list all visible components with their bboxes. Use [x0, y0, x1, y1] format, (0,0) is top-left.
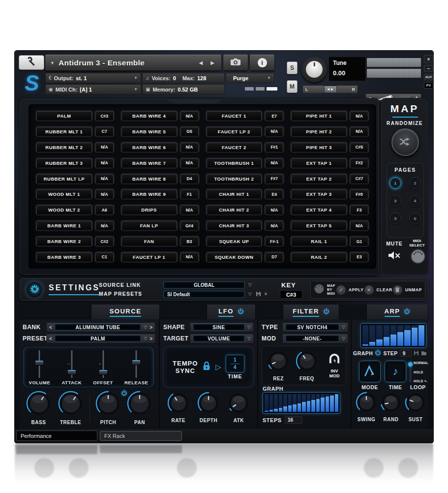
- apply-button[interactable]: ✓ APPLY: [336, 285, 364, 295]
- atk-knob[interactable]: [227, 391, 250, 417]
- key-assign-button[interactable]: G5: [180, 127, 199, 136]
- graph-bar[interactable]: [412, 325, 418, 346]
- sample-button[interactable]: EXT TAP 2: [291, 174, 347, 184]
- sample-button[interactable]: EXT TAP 5: [291, 221, 347, 230]
- purge-menu[interactable]: Purge ▼: [226, 73, 274, 83]
- volume-slider[interactable]: [34, 350, 44, 378]
- map-by-midi-button[interactable]: MAPBY MIDI: [314, 283, 336, 296]
- key-assign-button[interactable]: N/A: [95, 221, 114, 230]
- graph-bar[interactable]: [269, 394, 273, 412]
- depth-knob[interactable]: [197, 391, 220, 417]
- key-assign-button[interactable]: E7: [265, 111, 283, 121]
- chevron-down-icon[interactable]: ▽: [248, 292, 252, 297]
- freq-knob[interactable]: [295, 349, 319, 375]
- bank-selector[interactable]: < ALUMINUM TUBE ▽ >: [46, 322, 155, 332]
- loop-slider-track[interactable]: [409, 362, 412, 382]
- sample-button[interactable]: BARB WIRE 1: [36, 221, 92, 230]
- sample-button[interactable]: DRIPS: [121, 205, 177, 215]
- tab-lfo[interactable]: LFO: [207, 305, 256, 319]
- filter-type-selector[interactable]: SV NOTCH4 ▽: [282, 322, 348, 332]
- graph-bar[interactable]: [326, 394, 329, 412]
- speaker-mute-icon[interactable]: [388, 249, 401, 263]
- page-button-4[interactable]: 4: [409, 195, 421, 207]
- graph-bar[interactable]: [335, 394, 339, 412]
- key-assign-button[interactable]: C#5: [350, 143, 368, 152]
- key-assign-button[interactable]: C#7: [350, 174, 368, 184]
- graph-bar[interactable]: [404, 325, 410, 346]
- key-assign-button[interactable]: F#7: [265, 174, 283, 184]
- graph-bar[interactable]: [369, 325, 375, 346]
- sample-button[interactable]: RUBBER MLT 2: [36, 143, 92, 152]
- graph-bar[interactable]: [316, 394, 320, 412]
- output-select[interactable]: € Output: st. 1 ▼: [45, 73, 141, 83]
- key-assign-button[interactable]: N/A: [265, 205, 283, 215]
- chevron-down-icon[interactable]: ▽: [247, 336, 251, 341]
- key-assign-button[interactable]: C#2: [95, 237, 114, 246]
- sample-button[interactable]: TOOTHBRUSH 1: [207, 158, 262, 168]
- tab-fx-rack[interactable]: FX Rack: [100, 431, 182, 441]
- tab-source[interactable]: SOURCE: [91, 305, 160, 319]
- graph-bar[interactable]: [418, 325, 424, 346]
- graph-bar[interactable]: [311, 394, 315, 412]
- shape-selector[interactable]: SINE ▽: [190, 322, 254, 332]
- tab-arp[interactable]: ARP: [366, 305, 428, 319]
- attack-slider[interactable]: [67, 350, 77, 378]
- key-assign-button[interactable]: F#2: [350, 158, 368, 168]
- tab-filter[interactable]: FILTER: [283, 305, 339, 319]
- treble-knob[interactable]: [58, 390, 84, 419]
- minimize-instrument-button[interactable]: −: [424, 65, 433, 72]
- performance-view-button[interactable]: PV: [424, 82, 433, 89]
- sample-button[interactable]: PALM: [36, 111, 92, 121]
- key-assign-button[interactable]: N/A: [95, 143, 114, 152]
- page-button-5[interactable]: 5: [389, 213, 401, 224]
- key-assign-button[interactable]: G#4: [180, 221, 199, 230]
- graph-bar[interactable]: [293, 394, 297, 412]
- sample-button[interactable]: EXT TAP 4: [291, 205, 347, 215]
- key-assign-button[interactable]: N/A: [265, 221, 283, 230]
- key-assign-button[interactable]: E4: [265, 189, 283, 199]
- key-assign-button[interactable]: N/A: [180, 205, 199, 215]
- pan-slider[interactable]: L R ◄►: [302, 85, 358, 93]
- chevron-down-icon[interactable]: ▽: [144, 325, 147, 330]
- sample-button[interactable]: EXT TAP 1: [291, 158, 347, 168]
- key-assign-button[interactable]: N/A: [350, 111, 368, 121]
- sample-button[interactable]: PIPE HIT 3: [291, 143, 347, 152]
- sample-button[interactable]: RAIL 2: [291, 252, 347, 262]
- next-bank-icon[interactable]: >: [149, 325, 152, 330]
- key-assign-button[interactable]: N/A: [265, 158, 283, 168]
- prev-instrument-icon[interactable]: ◀: [197, 60, 205, 65]
- power-icon[interactable]: [404, 308, 410, 316]
- page-button-6[interactable]: 6: [409, 213, 421, 224]
- sample-button[interactable]: WOOD MLT 2: [36, 205, 92, 215]
- mute-button[interactable]: M: [287, 80, 298, 93]
- sample-button[interactable]: SQUEAK DOWN: [207, 252, 262, 262]
- tab-performance[interactable]: Performance: [16, 431, 97, 441]
- solo-button[interactable]: S: [287, 62, 298, 74]
- sample-button[interactable]: FAUCET 1: [207, 111, 262, 121]
- arp-graph-power-icon[interactable]: [375, 349, 381, 358]
- graph-bar[interactable]: [283, 394, 287, 412]
- sample-button[interactable]: BARB WIRE 9: [121, 189, 177, 199]
- sample-button[interactable]: CHAIR HIT 3: [207, 221, 262, 230]
- sample-button[interactable]: BARB WIRE 5: [121, 127, 177, 136]
- graph-bar[interactable]: [384, 325, 389, 346]
- bass-knob[interactable]: [26, 390, 52, 419]
- key-assign-button[interactable]: B3: [180, 237, 199, 246]
- key-assign-button[interactable]: N/A: [95, 174, 114, 184]
- play-icon[interactable]: ▷: [215, 363, 221, 371]
- prev-preset-icon[interactable]: <: [49, 336, 52, 341]
- key-assign-button[interactable]: C1: [95, 252, 114, 262]
- chevron-down-icon[interactable]: ▼: [50, 61, 55, 65]
- sample-button[interactable]: PIPE HIT 2: [291, 127, 347, 136]
- graph-bar[interactable]: [265, 394, 269, 412]
- loop-option[interactable]: NORMAL: [414, 361, 428, 365]
- sample-button[interactable]: FAUCET 2: [207, 143, 262, 152]
- graph-bar[interactable]: [302, 394, 306, 412]
- sample-button[interactable]: RUBBER MLT LP: [36, 174, 92, 184]
- key-assign-button[interactable]: F3: [350, 205, 368, 215]
- chevron-down-icon[interactable]: ▽: [144, 336, 147, 341]
- arp-time-button[interactable]: ♪: [385, 361, 406, 382]
- sample-button[interactable]: EXT TAP 3: [291, 189, 347, 199]
- sample-button[interactable]: RAIL 1: [291, 237, 347, 246]
- key-assign-button[interactable]: D4: [180, 174, 199, 184]
